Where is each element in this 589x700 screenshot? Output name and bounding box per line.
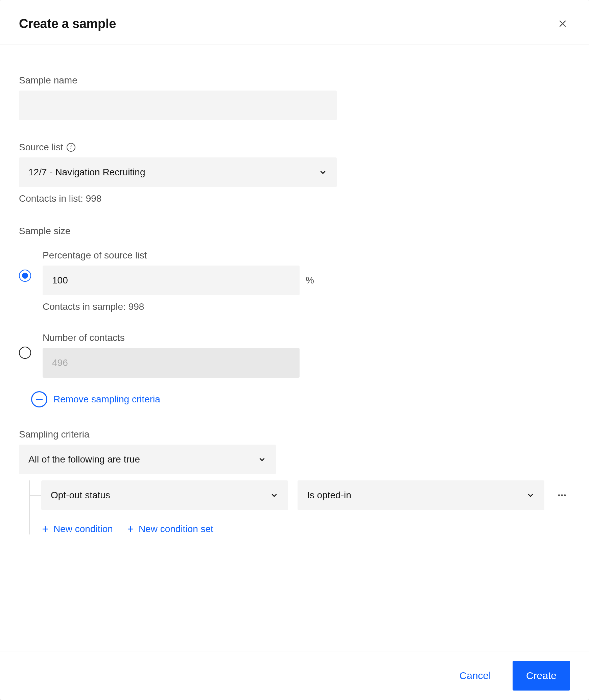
- dialog-footer: Cancel Create: [0, 651, 589, 700]
- contacts-in-list-prefix: Contacts in list:: [19, 193, 86, 204]
- cancel-button[interactable]: Cancel: [446, 661, 504, 691]
- criteria-logic-select[interactable]: All of the following are true: [19, 445, 276, 474]
- criteria-actions: New condition New condition set: [19, 524, 570, 534]
- sample-size-label: Sample size: [19, 226, 337, 236]
- source-list-value: 12/7 - Navigation Recruiting: [28, 167, 145, 178]
- number-content: Number of contacts: [43, 332, 320, 378]
- condition-row: Opt-out status Is opted-in: [19, 480, 570, 510]
- sample-name-input[interactable]: [19, 91, 337, 120]
- create-sample-dialog: Create a sample Sample name Source list …: [0, 0, 589, 700]
- criteria-logic-value: All of the following are true: [28, 454, 140, 465]
- info-icon[interactable]: i: [67, 143, 75, 152]
- condition-attribute-select[interactable]: Opt-out status: [41, 480, 288, 510]
- new-condition-label: New condition: [53, 524, 113, 534]
- dialog-title: Create a sample: [19, 17, 116, 31]
- svg-point-3: [561, 494, 563, 496]
- condition-overflow-menu[interactable]: [554, 487, 570, 503]
- percentage-label: Percentage of source list: [43, 250, 320, 261]
- percentage-helper: Contacts in sample: 998: [43, 301, 320, 312]
- plus-icon: [41, 525, 49, 533]
- contacts-in-list-count: 998: [86, 193, 102, 204]
- sample-size-group: Sample size Percentage of source list % …: [19, 226, 337, 407]
- sample-name-group: Sample name: [19, 75, 337, 120]
- svg-point-4: [564, 494, 566, 496]
- percentage-content: Percentage of source list % Contacts in …: [43, 250, 320, 312]
- remove-criteria-label: Remove sampling criteria: [53, 394, 160, 405]
- criteria-block: Sampling criteria All of the following a…: [19, 429, 570, 534]
- criteria-label: Sampling criteria: [19, 429, 570, 440]
- chevron-down-icon: [258, 455, 266, 464]
- plus-icon: [126, 525, 135, 533]
- criteria-tree: Opt-out status Is opted-in: [19, 480, 570, 534]
- chevron-down-icon: [319, 168, 327, 177]
- percentage-input[interactable]: [43, 266, 300, 295]
- number-input: [43, 348, 300, 378]
- create-button[interactable]: Create: [513, 661, 570, 691]
- close-button[interactable]: [555, 16, 570, 31]
- contacts-in-sample-count: 998: [128, 301, 144, 312]
- dialog-header: Create a sample: [0, 0, 589, 45]
- condition-value-value: Is opted-in: [307, 490, 351, 501]
- remove-criteria-button[interactable]: Remove sampling criteria: [19, 391, 337, 407]
- circle-minus-icon: [31, 391, 47, 407]
- overflow-icon: [557, 490, 567, 500]
- number-label: Number of contacts: [43, 332, 320, 343]
- percentage-radio[interactable]: [19, 270, 31, 282]
- percentage-option: Percentage of source list % Contacts in …: [19, 250, 337, 312]
- new-condition-set-label: New condition set: [139, 524, 213, 534]
- close-icon: [558, 19, 568, 29]
- new-condition-button[interactable]: New condition: [41, 524, 113, 534]
- sample-name-label: Sample name: [19, 75, 337, 86]
- dialog-body: Sample name Source list i 12/7 - Navigat…: [0, 45, 589, 651]
- chevron-down-icon: [526, 491, 535, 500]
- percent-unit: %: [306, 275, 314, 286]
- percentage-input-row: %: [43, 266, 320, 295]
- number-radio[interactable]: [19, 347, 31, 359]
- new-condition-set-button[interactable]: New condition set: [126, 524, 213, 534]
- condition-attribute-value: Opt-out status: [51, 490, 110, 501]
- source-list-helper: Contacts in list: 998: [19, 193, 337, 204]
- number-option: Number of contacts: [19, 332, 337, 378]
- svg-point-2: [558, 494, 560, 496]
- condition-value-select[interactable]: Is opted-in: [298, 480, 544, 510]
- source-list-label-text: Source list: [19, 142, 63, 153]
- source-list-group: Source list i 12/7 - Navigation Recruiti…: [19, 142, 337, 204]
- contacts-in-sample-prefix: Contacts in sample:: [43, 301, 128, 312]
- chevron-down-icon: [270, 491, 279, 500]
- source-list-label: Source list i: [19, 142, 337, 153]
- source-list-select[interactable]: 12/7 - Navigation Recruiting: [19, 157, 337, 187]
